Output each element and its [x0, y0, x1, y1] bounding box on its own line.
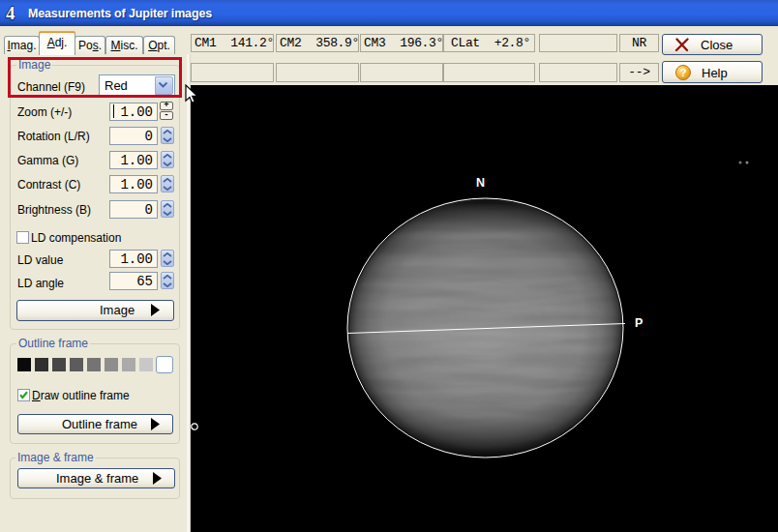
svg-text:4: 4 [6, 3, 15, 23]
svg-text:N: N [476, 176, 485, 190]
svg-text:?: ? [680, 67, 687, 78]
svg-text:P: P [635, 316, 643, 330]
